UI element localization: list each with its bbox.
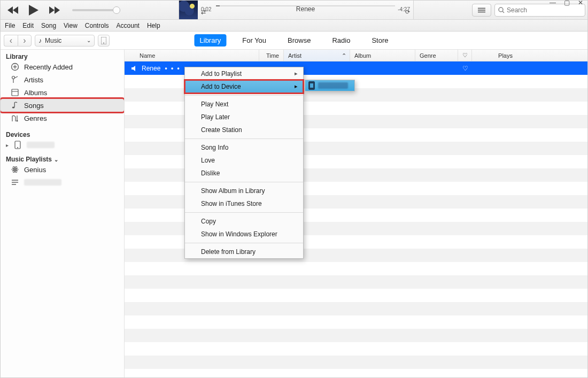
svg-marker-0 [13,6,18,14]
albums-icon [10,88,20,97]
sidebar-item-genres[interactable]: Genres [1,112,124,125]
nav-row: ‹ › ♪ Music ⌄ Library For You Browse Rad… [1,32,587,50]
empty-row [125,289,587,302]
device-name-obscured [27,142,55,148]
menubar: File Edit Song View Controls Account Hel… [1,20,587,32]
svg-rect-18 [12,89,18,96]
context-menu: Add to Playlist Add to Device Play Next … [184,67,304,259]
sidebar-item-device[interactable]: ▸ [1,138,124,151]
playback-controls [1,3,131,18]
play-button[interactable] [26,3,41,18]
col-plays[interactable]: Plays [472,50,587,61]
now-playing-speaker-icon [131,65,137,72]
ctx-add-to-device[interactable]: Add to Device [185,80,303,93]
tab-library[interactable]: Library [195,34,227,47]
empty-row [125,315,587,329]
menu-help[interactable]: Help [147,22,160,29]
now-playing: ⇄ ⟳ Renee 0:02 -4:27 [179,1,414,19]
col-time[interactable]: Time [259,50,284,61]
ctx-show-explorer[interactable]: Show in Windows Explorer [185,228,303,241]
sidebar-label: Genius [24,166,46,174]
album-art[interactable] [179,1,198,19]
previous-button[interactable] [6,3,21,18]
col-artist[interactable]: Artist ⌃ [284,50,350,61]
tab-for-you[interactable]: For You [237,34,272,47]
search-icon [498,7,505,13]
col-genre[interactable]: Genre [415,50,458,61]
empty-row [125,275,587,289]
menu-edit[interactable]: Edit [22,22,34,29]
tab-store[interactable]: Store [366,34,393,47]
sidebar-item-genius[interactable]: Genius [1,163,124,176]
chevron-down-icon: ⌄ [87,37,91,43]
main-tabs: Library For You Browse Radio Store [195,34,394,47]
svg-rect-6 [478,10,485,11]
search-input[interactable] [507,6,587,14]
window-maximize[interactable]: ▢ [561,0,572,6]
empty-row [125,342,587,356]
chevron-down-icon: ⌄ [54,157,58,163]
love-cell[interactable]: ♡ [458,65,472,72]
ctx-dislike[interactable]: Dislike [185,167,303,180]
sidebar-label: Genres [24,114,47,122]
col-album[interactable]: Album [350,50,415,61]
disclosure-triangle-icon[interactable]: ▸ [6,142,9,148]
svg-rect-7 [478,12,485,13]
window-close[interactable]: ✕ [575,0,586,6]
ctx-show-album[interactable]: Show Album in Library [185,184,303,197]
volume-slider[interactable] [72,9,120,11]
ctx-copy[interactable]: Copy [185,215,303,228]
genres-icon [10,113,20,123]
tab-radio[interactable]: Radio [327,34,355,47]
sidebar-item-playlist[interactable] [1,176,124,189]
more-icon[interactable]: • • • [165,65,180,72]
window-minimize[interactable]: — [547,0,558,6]
ctx-song-info[interactable]: Song Info [185,141,303,154]
svg-marker-33 [131,66,135,71]
col-love[interactable]: ♡ [458,50,472,61]
svg-line-9 [502,11,504,13]
song-name: Renee [142,65,160,72]
volume-thumb[interactable] [113,6,120,14]
col-name[interactable]: Name [125,50,259,61]
recently-added-icon [10,62,20,72]
svg-point-8 [499,7,503,12]
ctx-play-next[interactable]: Play Next [185,98,303,111]
menu-song[interactable]: Song [41,22,56,29]
menu-account[interactable]: Account [117,22,140,29]
media-kind-label: Music [45,37,61,44]
artists-icon [10,75,20,84]
device-button[interactable] [98,35,110,47]
ctx-show-store[interactable]: Show in iTunes Store [185,197,303,210]
media-kind-select[interactable]: ♪ Music ⌄ [35,35,95,47]
empty-row [125,302,587,315]
device-submenu-item[interactable] [305,80,355,91]
next-button[interactable] [47,3,61,18]
menu-file[interactable]: File [5,22,15,29]
playlist-icon [10,178,20,187]
menu-view[interactable]: View [64,22,78,29]
back-button[interactable]: ‹ [4,35,18,47]
svg-point-23 [17,120,18,122]
ctx-love[interactable]: Love [185,154,303,167]
ctx-delete[interactable]: Delete from Library [185,245,303,258]
list-view-button[interactable] [472,4,491,17]
menu-controls[interactable]: Controls [85,22,109,29]
sidebar-item-albums[interactable]: Albums [1,86,124,99]
svg-marker-3 [49,6,55,14]
ctx-create-station[interactable]: Create Station [185,124,303,136]
ctx-play-later[interactable]: Play Later [185,111,303,124]
sidebar-playlists-header[interactable]: Music Playlists ⌄ [1,151,124,163]
sidebar-item-songs[interactable]: Songs [1,99,124,112]
tab-browse[interactable]: Browse [282,34,316,47]
ctx-add-to-playlist[interactable]: Add to Playlist [185,67,303,80]
sidebar-item-artists[interactable]: Artists [1,73,124,86]
sidebar-item-recently-added[interactable]: Recently Added [1,60,124,73]
window-buttons: — ▢ ✕ [547,0,586,6]
sidebar-label: Artists [24,76,43,84]
phone-icon [13,140,22,150]
forward-button[interactable]: › [18,35,32,47]
remaining-time: -4:27 [398,6,410,12]
svg-point-15 [12,76,15,79]
playlist-name-obscured [24,179,61,186]
